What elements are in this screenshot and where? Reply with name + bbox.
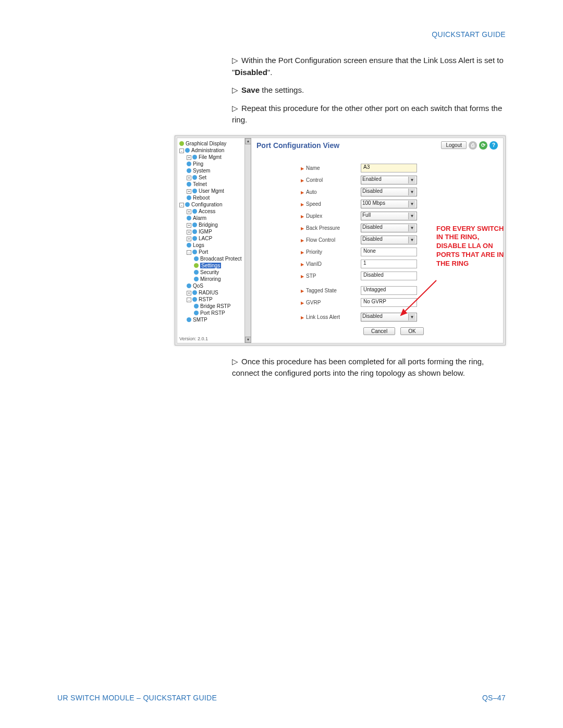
tree-item-telnet[interactable]: Telnet [187,181,251,188]
label-tagged: Tagged State [306,288,337,293]
label-linklossalert: Link Loss Alert [306,314,340,320]
arrow-icon: ▶ [301,262,304,267]
tree-item-portrstp[interactable]: Port RSTP [194,310,251,316]
expand-icon[interactable]: + [187,230,191,235]
field-name[interactable]: A3 [361,164,417,172]
bubble-icon [192,155,197,159]
tree-item-system[interactable]: System [187,167,251,174]
bubble-icon [192,189,197,193]
bubble-icon [187,283,191,288]
triangle-icon: ▷ [232,55,238,67]
triangle-icon: ▷ [232,84,238,96]
bubble-icon [194,270,199,275]
tree-item-bridging[interactable]: +Bridging [187,221,251,228]
tree-item-graphical[interactable]: Graphical Display [179,140,251,147]
scroll-up-icon[interactable]: ▲ [245,138,251,144]
tree-item-smtp[interactable]: SMTP [187,316,251,323]
bubble-icon [187,243,191,248]
tree-item-set[interactable]: +Set [187,174,251,181]
expand-icon[interactable]: + [187,189,191,194]
expand-icon[interactable]: + [187,291,191,295]
tree-item-igmp[interactable]: +IGMP [187,228,251,235]
bubble-icon [185,202,190,207]
cancel-button[interactable]: Cancel [363,327,395,335]
field-gvrp: No GVRP [361,298,417,307]
tree-item-settings[interactable]: Settings [194,262,251,269]
tree-item-port[interactable]: -Port Broadcast Protect Settings Securit… [187,249,251,282]
expand-icon[interactable]: + [187,176,191,180]
bubble-icon [194,277,199,281]
tree-item-administration[interactable]: -Administration +File Mgmt Ping System +… [179,147,251,201]
bubble-icon [179,141,184,146]
arrow-icon: ▶ [301,238,304,243]
tree-item-logs[interactable]: Logs [187,242,251,249]
tree-item-mirroring[interactable]: Mirroring [194,276,251,282]
tree-item-rstp[interactable]: -RSTP Bridge RSTP Port RSTP [187,296,251,316]
expand-icon[interactable]: + [187,237,191,241]
select-duplex[interactable]: Full [361,212,417,220]
collapse-icon[interactable]: - [187,250,191,255]
tree-item-access[interactable]: +Access [187,208,251,215]
select-auto[interactable]: Disabled [361,188,417,196]
bubble-icon [194,256,199,261]
field-vlanid[interactable]: 1 [361,260,417,268]
panel-title: Port Configuration View [256,141,339,150]
tree-item-broadcast[interactable]: Broadcast Protect [194,255,251,262]
footer-right: QS–47 [482,694,506,702]
field-tagged: Untagged [361,286,417,295]
bubble-icon [187,162,191,166]
tree-item-radius[interactable]: +RADIUS [187,289,251,296]
tree-item-qos[interactable]: QoS [187,282,251,289]
port-config-panel: Port Configuration View Logout ⎙ ⟳ ? ▶Na… [251,138,503,343]
collapse-icon[interactable]: - [179,203,184,207]
instruction-1-bold: Disabled [235,68,267,77]
instruction-3: ▷Repeat this procedure for the other oth… [232,103,506,126]
refresh-icon[interactable]: ⟳ [479,141,487,150]
select-backpressure[interactable]: Disabled [361,224,417,232]
label-backpressure: Back Pressure [306,225,340,231]
print-icon[interactable]: ⎙ [469,141,477,150]
select-speed[interactable]: 100 Mbps [361,200,417,208]
tree-item-reboot[interactable]: Reboot [187,194,251,201]
select-control[interactable]: Enabled [361,176,417,184]
expand-icon[interactable]: + [187,155,191,160]
arrow-icon: ▶ [301,202,304,207]
tree-scrollbar[interactable]: ▲ ▼ [244,138,251,343]
field-priority: None [361,248,417,256]
select-linklossalert[interactable]: Disabled [361,313,417,322]
expand-icon[interactable]: + [187,223,191,228]
triangle-icon: ▷ [232,356,238,368]
ok-button[interactable]: OK [400,327,423,335]
arrow-icon: ▶ [301,190,304,195]
tree-item-alarm[interactable]: Alarm [187,215,251,221]
help-icon[interactable]: ? [489,141,498,150]
bubble-icon [192,250,197,254]
select-flowcontrol[interactable]: Disabled [361,236,417,244]
tree-item-usermgmt[interactable]: +User Mgmt [187,188,251,194]
instruction-4-text: Once this procedure has been completed f… [232,357,484,378]
footer-left: UR SWITCH MODULE – QUICKSTART GUIDE [57,694,217,702]
bubble-icon [187,216,191,220]
expand-icon[interactable]: + [187,209,191,214]
tree-item-security[interactable]: Security [194,269,251,276]
instruction-1-text-b: ". [267,68,273,77]
instruction-4: ▷Once this procedure has been completed … [232,356,506,379]
label-gvrp: GVRP [306,300,321,305]
bubble-icon [194,311,199,315]
label-auto: Auto [306,189,317,195]
collapse-icon[interactable]: - [179,149,184,153]
logout-button[interactable]: Logout [441,141,467,149]
label-stp: STP [306,273,316,279]
tree-item-bridgerstp[interactable]: Bridge RSTP [194,303,251,310]
collapse-icon[interactable]: - [187,298,191,302]
tree-item-lacp[interactable]: +LACP [187,235,251,242]
bubble-icon [194,263,199,268]
instruction-2: ▷Save the settings. [232,84,506,96]
tree-item-filemgmt[interactable]: +File Mgmt [187,154,251,161]
bubble-icon [187,195,191,200]
scroll-down-icon[interactable]: ▼ [245,337,251,343]
tree-item-configuration[interactable]: -Configuration +Access Alarm +Bridging +… [179,201,251,323]
arrow-icon: ▶ [301,315,304,320]
tree-item-ping[interactable]: Ping [187,161,251,167]
bubble-icon [192,229,197,234]
